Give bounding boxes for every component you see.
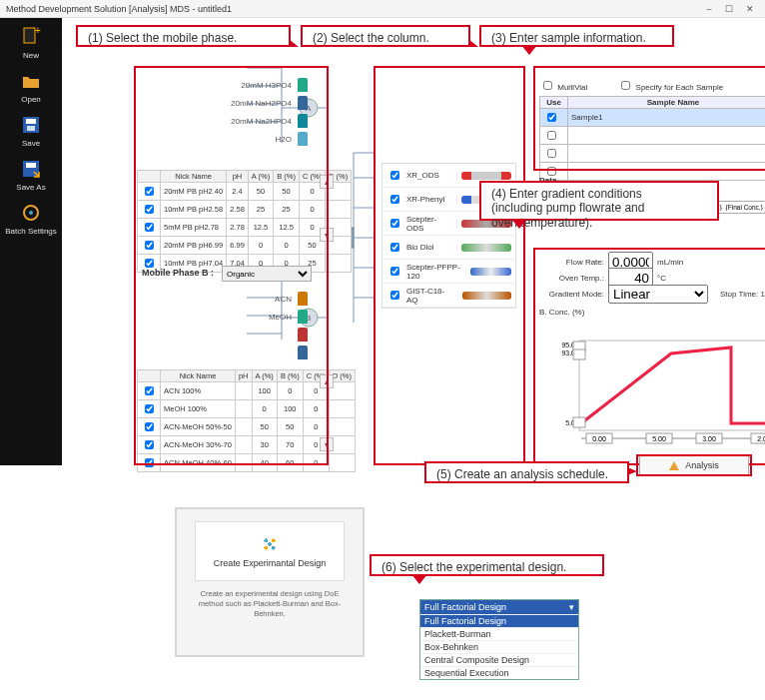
main-canvas: A B 20mM H3PO4 20mM NaH2PO4 20mM Na2HPO4… xyxy=(62,18,765,465)
minimize-button[interactable]: – xyxy=(700,4,718,14)
sidebar-save[interactable]: Save xyxy=(20,114,42,148)
sidebar-label: Batch Settings xyxy=(5,227,57,236)
chevron-down-icon: ▾ xyxy=(569,602,574,612)
callout-2: (2) Select the column. xyxy=(301,25,470,47)
new-doc-icon: + xyxy=(20,26,42,48)
close-button[interactable]: ✕ xyxy=(741,4,759,14)
doe-panel: Create Experimantal Design Create an exp… xyxy=(175,507,365,657)
svg-rect-3 xyxy=(26,119,36,124)
sidebar-label: Save As xyxy=(16,183,45,192)
sidebar: + New Open Save Save As Batch Settings xyxy=(0,18,62,465)
doe-option[interactable]: Full Factorial Design xyxy=(420,614,578,627)
sidebar-saveas[interactable]: Save As xyxy=(16,158,45,192)
folder-icon xyxy=(20,70,42,92)
callout-5: (5) Create an analysis schedule. xyxy=(424,461,629,483)
doe-icon xyxy=(261,535,279,553)
title-bar: Method Development Solution [Analysis] M… xyxy=(0,0,765,18)
floppy-as-icon xyxy=(20,158,42,180)
region-column xyxy=(374,66,525,465)
doe-description: Create an experimental design using DoE … xyxy=(189,589,351,618)
doe-option[interactable]: Central Composite Design xyxy=(420,653,578,666)
floppy-icon xyxy=(20,114,42,136)
callout-3: (3) Enter sample information. xyxy=(479,25,674,47)
sidebar-open[interactable]: Open xyxy=(20,70,42,104)
callout-6: (6) Select the experimental design. xyxy=(370,554,604,576)
region-sample xyxy=(533,66,765,171)
window-title: Method Development Solution [Analysis] M… xyxy=(6,4,232,14)
sidebar-label: Open xyxy=(21,95,41,104)
doe-dropdown[interactable]: Full Factorial Design▾ Full Factorial De… xyxy=(419,599,579,680)
region-gradient xyxy=(533,248,765,465)
doe-option[interactable]: Sequential Execution xyxy=(420,666,578,679)
svg-rect-4 xyxy=(27,126,35,131)
svg-text:+: + xyxy=(35,26,41,36)
doe-selected[interactable]: Full Factorial Design▾ xyxy=(420,600,578,614)
sidebar-label: New xyxy=(23,51,39,60)
svg-point-8 xyxy=(29,211,33,215)
sidebar-label: Save xyxy=(22,139,40,148)
region-analysis xyxy=(636,454,752,476)
doe-option[interactable]: Plackett-Burman xyxy=(420,627,578,640)
svg-rect-0 xyxy=(24,28,35,43)
create-doe-button[interactable]: Create Experimantal Design xyxy=(195,521,345,581)
svg-rect-6 xyxy=(26,163,36,168)
sidebar-batch[interactable]: Batch Settings xyxy=(5,202,57,236)
doe-option[interactable]: Box-Behnken xyxy=(420,640,578,653)
maximize-button[interactable]: ☐ xyxy=(720,4,738,14)
window-controls: – ☐ ✕ xyxy=(700,4,759,14)
batch-icon xyxy=(20,202,42,224)
callout-4: (4) Enter gradient conditions (including… xyxy=(479,181,719,221)
sidebar-new[interactable]: + New xyxy=(20,26,42,60)
callout-1: (1) Select the mobile phase. xyxy=(76,25,291,47)
region-mobile-phase xyxy=(134,66,329,465)
